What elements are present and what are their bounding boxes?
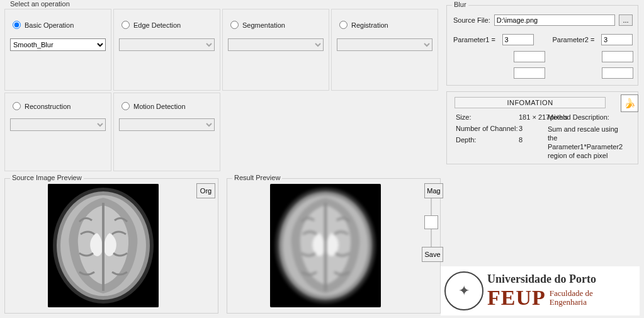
radio-edge-label: Edge Detection: [133, 21, 181, 29]
cell-motion-detection: Motion Detection: [113, 93, 220, 171]
logo-faculty: Faculdade de Engenharia: [550, 289, 593, 307]
result-preview-group: Result Preview: [227, 178, 441, 314]
info-channels-value: 3: [519, 125, 550, 132]
logo-feup: FEUP: [487, 286, 546, 310]
connector-line: [431, 229, 432, 247]
radio-seg-label: Segmentation: [242, 21, 285, 29]
info-size-value: 181 × 217: [519, 113, 550, 121]
param2-input[interactable]: [601, 34, 633, 45]
operations-title: Select an operation: [8, 0, 72, 8]
source-preview-group: Source Image Preview: [4, 178, 218, 314]
info-size-label: Size:: [456, 113, 519, 121]
org-button[interactable]: Org: [196, 183, 215, 198]
radio-motion-label: Motion Detection: [133, 103, 186, 110]
radio-seg-input[interactable]: [230, 21, 239, 29]
radio-edge-input[interactable]: [121, 21, 130, 29]
param1-input[interactable]: [502, 34, 534, 45]
university-seal-icon: ✦: [444, 271, 483, 310]
radio-reg-label: Registration: [351, 21, 388, 29]
param1-label: Parameter1 =: [453, 36, 499, 43]
radio-registration[interactable]: Registration: [339, 21, 388, 29]
info-depth-value: 8: [519, 136, 550, 144]
cell-reconstruction: Reconstruction: [4, 93, 111, 171]
information-panel: INFOMATION 🍌 Size: 181 × 217 pixels Numb…: [446, 91, 638, 164]
method-desc-value: Sum and rescale using the Parameter1*Par…: [548, 125, 630, 160]
radio-basic-label: Basic Operation: [25, 21, 74, 29]
browse-button[interactable]: ...: [619, 14, 633, 26]
cell-registration: Registration: [331, 9, 438, 91]
info-depth-row: Depth: 8: [456, 136, 550, 144]
cell-segmentation: Segmentation: [222, 9, 329, 91]
connector-line: [431, 198, 432, 215]
param-stub-1: [514, 51, 545, 62]
radio-basic-input[interactable]: [13, 21, 21, 29]
blur-title: Blur: [452, 1, 468, 8]
logo-university-name: Universidade do Porto: [487, 273, 596, 286]
source-file-label: Source File:: [453, 16, 490, 24]
radio-segmentation[interactable]: Segmentation: [230, 21, 285, 29]
dropdown-edge-detection: [119, 38, 215, 51]
radio-reg-input[interactable]: [339, 21, 347, 29]
radio-motion-input[interactable]: [121, 102, 130, 110]
mag-button[interactable]: Mag: [424, 183, 443, 198]
dropdown-segmentation: [228, 38, 324, 51]
operations-group: Select an operation Basic Operation Smoo…: [4, 5, 441, 171]
source-file-row: Source File: ...: [453, 14, 633, 26]
param-row: Parameter1 = Parameter2 =: [453, 34, 633, 45]
source-image-preview: [48, 184, 159, 307]
info-channels-row: Number of Channel: 3: [456, 125, 550, 132]
source-preview-title: Source Image Preview: [10, 174, 84, 181]
radio-basic-operation[interactable]: Basic Operation: [13, 21, 74, 29]
blur-panel: Blur Source File: ... Parameter1 = Param…: [446, 5, 638, 86]
cell-basic-operation: Basic Operation Smooth_Blur: [4, 9, 111, 91]
radio-motion-detection[interactable]: Motion Detection: [121, 102, 186, 110]
banana-icon-button[interactable]: 🍌: [621, 94, 638, 112]
mag-preview-box: [424, 215, 438, 229]
save-button[interactable]: Save: [422, 247, 443, 262]
dropdown-basic-operation[interactable]: Smooth_Blur: [10, 38, 106, 51]
param-stub-4: [602, 67, 633, 79]
source-file-input[interactable]: [494, 14, 615, 26]
cell-edge-detection: Edge Detection: [113, 9, 220, 91]
dropdown-motion-detection: [119, 118, 215, 131]
radio-recon-input[interactable]: [13, 102, 21, 110]
param-stub-2: [602, 51, 633, 62]
param-stub-3: [514, 67, 545, 79]
radio-edge-detection[interactable]: Edge Detection: [121, 21, 181, 29]
param2-label: Parameter2 =: [553, 36, 598, 43]
dropdown-registration: [337, 38, 432, 51]
result-preview-title: Result Preview: [232, 174, 282, 181]
method-desc-label: Method Description:: [548, 113, 609, 121]
info-channels-label: Number of Channel:: [456, 125, 519, 132]
result-image-preview: [270, 184, 381, 307]
radio-reconstruction[interactable]: Reconstruction: [13, 102, 71, 110]
information-header: INFOMATION: [455, 97, 606, 108]
info-depth-label: Depth:: [456, 136, 519, 144]
dropdown-reconstruction: [10, 118, 106, 131]
university-logo: ✦ Universidade do Porto FEUP Faculdade d…: [441, 266, 640, 315]
radio-recon-label: Reconstruction: [25, 103, 71, 110]
